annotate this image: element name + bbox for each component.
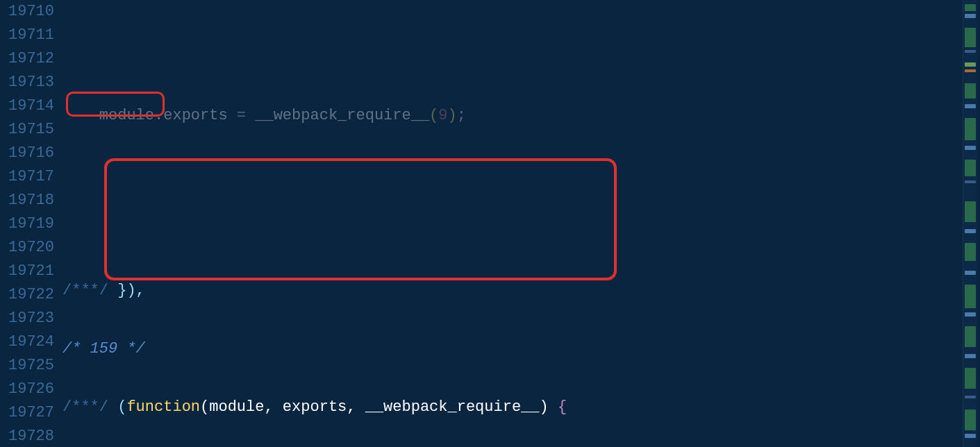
line-number-gutter: 19710 19711 19712 19713 19714 19715 1971… [0, 0, 63, 447]
code-editor[interactable]: 19710 19711 19712 19713 19714 19715 1971… [0, 0, 963, 447]
minimap[interactable] [963, 0, 977, 447]
line-number: 19717 [0, 165, 54, 189]
code-line: /* 159 */ [63, 337, 963, 361]
line-number: 19721 [0, 260, 54, 283]
line-number: 19716 [0, 142, 54, 165]
line-number: 19712 [0, 47, 54, 71]
code-line [63, 221, 963, 244]
line-number: 19722 [0, 283, 54, 307]
line-number: 19713 [0, 71, 54, 94]
code-line: /***/ }), [63, 279, 963, 303]
line-number: 19719 [0, 212, 54, 236]
line-number: 19711 [0, 24, 54, 47]
code-line: /***/ (function(module, exports, __webpa… [63, 396, 963, 419]
code-line [63, 162, 963, 186]
line-number: 19725 [0, 354, 54, 378]
line-number: 19715 [0, 118, 54, 142]
code-content[interactable]: module.exports = __webpack_require__(9);… [63, 0, 963, 447]
line-number: 19727 [0, 401, 54, 425]
line-number: 19710 [0, 0, 54, 24]
line-number: 19720 [0, 236, 54, 260]
line-number: 19726 [0, 378, 54, 401]
line-number: 19718 [0, 189, 54, 212]
code-line: module.exports = __webpack_require__(9); [63, 104, 963, 128]
line-number: 19724 [0, 330, 54, 354]
line-number: 19714 [0, 94, 54, 118]
line-number: 19723 [0, 307, 54, 330]
line-number: 19728 [0, 425, 54, 447]
